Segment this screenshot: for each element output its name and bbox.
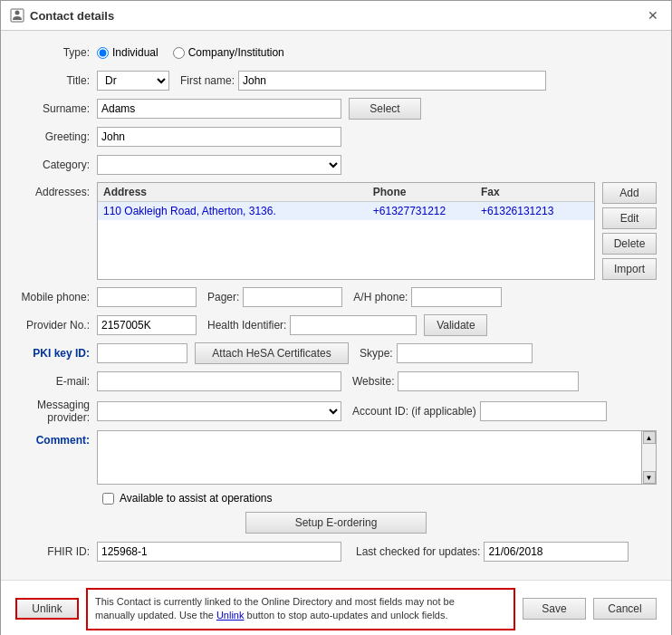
add-address-button[interactable]: Add — [602, 182, 657, 204]
phone-value: +61327731212 — [373, 205, 481, 217]
validate-button[interactable]: Validate — [424, 314, 487, 336]
address-table-header: Address Phone Fax — [98, 183, 594, 202]
warning-text3: button to stop auto-updates and unlock f… — [245, 610, 448, 621]
skype-label: Skype: — [360, 347, 393, 360]
delete-address-button[interactable]: Delete — [602, 233, 657, 255]
select-button[interactable]: Select — [349, 98, 421, 120]
comment-wrapper: ▲ ▼ — [97, 430, 657, 485]
attach-certificates-button[interactable]: Attach HeSA Certificates — [195, 342, 349, 364]
firstname-label: First name: — [180, 74, 235, 87]
category-label: Category: — [15, 159, 97, 171]
addresses-row: Addresses: Address Phone Fax 110 Oakleig… — [15, 182, 657, 280]
type-row: Type: Individual Company/Institution — [15, 42, 657, 63]
account-id-input[interactable] — [480, 401, 607, 421]
warning-unlink-link[interactable]: Unlink — [216, 610, 245, 621]
unlink-button[interactable]: Unlink — [15, 598, 79, 620]
messaging-label: Messaging provider: — [15, 399, 97, 424]
category-row: Category: — [15, 154, 657, 176]
individual-radio-label[interactable]: Individual — [97, 46, 158, 59]
ah-phone-label: A/H phone: — [353, 291, 408, 303]
first-name-input[interactable] — [238, 71, 546, 91]
surname-label: Surname: — [15, 102, 97, 115]
address-table: Address Phone Fax 110 Oakleigh Road, Ath… — [97, 182, 595, 280]
col-phone-header: Phone — [373, 186, 481, 198]
category-select[interactable] — [97, 155, 341, 175]
col-fax-header: Fax — [481, 186, 589, 198]
comment-label: Comment: — [15, 430, 97, 447]
close-button[interactable]: ✕ — [644, 6, 662, 24]
comment-row: Comment: ▲ ▼ — [15, 430, 657, 485]
bottom-buttons-row: Unlink This Contact is currently linked … — [15, 588, 657, 630]
col-address-header: Address — [103, 186, 373, 198]
greeting-label: Greeting: — [15, 130, 97, 143]
messaging-row: Messaging provider: Account ID: (if appl… — [15, 399, 657, 424]
title-label: Title: — [15, 74, 97, 87]
ah-phone-input[interactable] — [411, 287, 502, 307]
messaging-select[interactable] — [97, 401, 341, 421]
available-row: Available to assist at operations — [15, 492, 657, 505]
email-row: E-mail: Website: — [15, 370, 657, 392]
title-firstname-row: Title: Dr Mr Mrs Ms Prof First name: — [15, 70, 657, 91]
scrollbar-down[interactable]: ▼ — [643, 471, 656, 484]
contact-details-dialog: Contact details ✕ Type: Individual Compa… — [0, 0, 672, 635]
pki-input[interactable] — [97, 343, 187, 363]
health-identifier-label: Health Identifier: — [207, 319, 286, 332]
company-radio-label[interactable]: Company/Institution — [173, 46, 284, 59]
pager-label: Pager: — [207, 291, 239, 303]
dialog-content: Type: Individual Company/Institution Tit… — [1, 31, 671, 580]
greeting-input[interactable] — [97, 127, 341, 147]
warning-box: This Contact is currently linked to the … — [86, 588, 515, 630]
greeting-row: Greeting: — [15, 126, 657, 148]
provider-row: Provider No.: Health Identifier: Validat… — [15, 314, 657, 336]
contact-icon — [10, 8, 24, 23]
address-buttons: Add Edit Delete Import — [602, 182, 657, 280]
address-value: 110 Oakleigh Road, Atherton, 3136. — [103, 205, 373, 217]
scrollbar-up[interactable]: ▲ — [643, 431, 656, 444]
company-radio[interactable] — [173, 47, 185, 59]
fhir-id-label: FHIR ID: — [15, 545, 97, 558]
last-checked-label: Last checked for updates: — [356, 545, 480, 558]
setup-eordering-button[interactable]: Setup E-ordering — [245, 512, 427, 534]
comment-scrollbar[interactable]: ▲ ▼ — [642, 430, 657, 485]
cancel-button[interactable]: Cancel — [593, 598, 657, 620]
health-identifier-input[interactable] — [290, 315, 417, 335]
fax-value: +61326131213 — [481, 205, 589, 217]
company-label: Company/Institution — [188, 46, 284, 59]
warning-text1: This Contact is currently linked to the … — [95, 596, 455, 607]
bottom-section: Unlink This Contact is currently linked … — [1, 580, 671, 635]
provider-label: Provider No.: — [15, 319, 97, 332]
address-section: Address Phone Fax 110 Oakleigh Road, Ath… — [97, 182, 657, 280]
individual-label: Individual — [112, 46, 158, 59]
mobile-label: Mobile phone: — [15, 291, 97, 303]
email-input[interactable] — [97, 371, 341, 391]
import-address-button[interactable]: Import — [602, 258, 657, 280]
surname-input[interactable] — [97, 99, 341, 119]
account-id-label: Account ID: (if applicable) — [352, 405, 476, 418]
email-label: E-mail: — [15, 375, 97, 388]
address-row[interactable]: 110 Oakleigh Road, Atherton, 3136. +6132… — [98, 202, 594, 220]
website-label: Website: — [352, 375, 394, 388]
fhir-id-input[interactable] — [97, 542, 341, 562]
last-checked-input[interactable] — [484, 542, 629, 562]
surname-row: Surname: Select — [15, 98, 657, 120]
title-bar-left: Contact details — [10, 8, 114, 23]
comment-textarea[interactable] — [97, 430, 642, 485]
svg-point-1 — [15, 11, 20, 15]
save-button[interactable]: Save — [523, 598, 586, 620]
individual-radio[interactable] — [97, 47, 109, 59]
skype-input[interactable] — [397, 343, 533, 363]
setup-row: Setup E-ordering — [15, 512, 657, 534]
mobile-row: Mobile phone: Pager: A/H phone: — [15, 286, 657, 308]
mobile-input[interactable] — [97, 287, 197, 307]
website-input[interactable] — [398, 371, 579, 391]
warning-text2: manually updated. Use the — [95, 610, 216, 621]
available-checkbox[interactable] — [102, 493, 114, 505]
pki-row: PKI key ID: Attach HeSA Certificates Sky… — [15, 342, 657, 364]
type-radio-group: Individual Company/Institution — [97, 46, 284, 59]
provider-input[interactable] — [97, 315, 197, 335]
pki-label: PKI key ID: — [15, 347, 97, 360]
addresses-label: Addresses: — [15, 182, 97, 198]
edit-address-button[interactable]: Edit — [602, 207, 657, 229]
pager-input[interactable] — [243, 287, 342, 307]
title-select[interactable]: Dr Mr Mrs Ms Prof — [97, 71, 169, 91]
